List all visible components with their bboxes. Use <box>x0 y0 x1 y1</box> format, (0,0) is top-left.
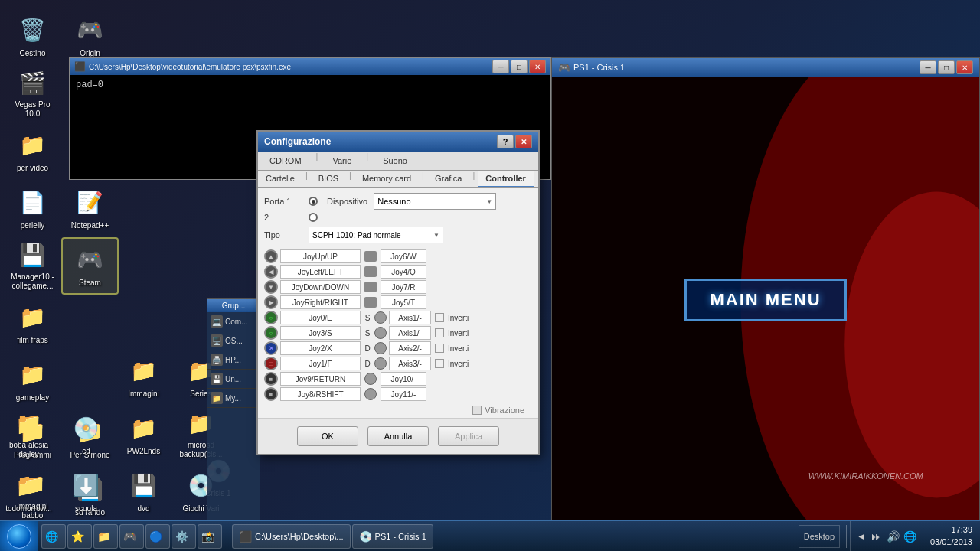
groups-item-hp[interactable]: 🖨️ HP... <box>207 350 260 370</box>
taskbar-quicklaunch-5[interactable]: 🔵 <box>145 524 170 549</box>
map-joy-2[interactable]: Joy7/R <box>381 280 426 294</box>
map-joy-8[interactable]: Joy10/- <box>381 372 426 386</box>
taskbar-quicklaunch-7[interactable]: 📸 <box>198 524 222 549</box>
tab-suono[interactable]: Suono <box>371 152 419 170</box>
tab-cdrom[interactable]: CDROM <box>258 152 313 170</box>
scuola-icon: 📁 <box>129 356 159 386</box>
map-icon-0: ▲ <box>264 249 278 263</box>
show-desktop-btn[interactable]: Desktop <box>799 525 840 548</box>
tab2-grafica[interactable]: Grafica <box>427 171 469 187</box>
origin-icon: 🎮 <box>75 15 106 46</box>
map-btn-3[interactable]: JoyRight/RIGHT <box>280 295 361 309</box>
tab2-cartelle[interactable]: Cartelle <box>258 171 302 187</box>
map-check-7[interactable] <box>435 359 444 368</box>
tab2-controller[interactable]: Controller <box>478 171 534 187</box>
map-joy-9[interactable]: Joy11/- <box>381 387 426 401</box>
tab-varie[interactable]: Varie <box>321 152 363 170</box>
desktop-icon-origin[interactable]: 🎮 Origin <box>61 8 119 65</box>
map-s-4: S <box>363 314 372 322</box>
console-minimize-btn[interactable]: ─ <box>492 60 509 73</box>
desktop-icon-scuola[interactable]: 📁 Immagini <box>115 348 172 406</box>
desktop-icon-steam[interactable]: 🎮 Steam <box>61 237 119 295</box>
taskbar-quicklaunch-1[interactable]: 🌐 <box>41 524 66 549</box>
map-btn-7[interactable]: Joy1/F <box>280 357 361 370</box>
ql-icon-6: ⚙️ <box>175 530 188 543</box>
desktop-icon-utorrent[interactable]: ⬇️ scuola <box>57 463 115 520</box>
map-joy-1[interactable]: Joy4/Q <box>381 265 426 279</box>
desktop-icon-vegas[interactable]: 🎬 Vegas Pro 10.0 <box>4 65 61 122</box>
desktop-icon-microsd[interactable]: 💾 dvd <box>115 463 172 520</box>
game-window-controls: ─ □ ✕ <box>920 60 973 74</box>
desktop-icon-manager[interactable]: 💾 Manager10 - collegame... <box>4 237 61 295</box>
desktop-icon-cestino[interactable]: 🗑️ Cestino <box>4 8 61 65</box>
map-check-4[interactable] <box>435 313 444 322</box>
map-btn-5[interactable]: Joy3/S <box>280 326 361 340</box>
map-icon-5: ○ <box>264 326 278 340</box>
taskbar-console-item[interactable]: ⬛ C:\Users\Hp\Desktop\... <box>232 524 351 549</box>
taskbar-quicklaunch-4[interactable]: 🎮 <box>119 524 144 549</box>
taskbar-quicklaunch-3[interactable]: 📁 <box>93 524 118 549</box>
taskbar-quicklaunch-2[interactable]: ⭐ <box>67 524 92 549</box>
vibrazione-checkbox[interactable] <box>472 406 482 415</box>
groups-item-com[interactable]: 💻 Com... <box>207 312 260 331</box>
desktop-icon-series[interactable]: 📁 PW2Lnds <box>115 406 172 463</box>
desktop-icon-film-fraps[interactable]: 📁 film fraps <box>4 295 61 352</box>
game-maximize-btn[interactable]: □ <box>938 60 955 74</box>
tipo-dropdown[interactable]: SCPH-1010: Pad normale ▼ <box>309 227 443 243</box>
map-joy-0[interactable]: Joy6/W <box>381 249 426 263</box>
map-axis-6[interactable]: Axis2/- <box>389 341 431 355</box>
game-minimize-btn[interactable]: ─ <box>920 60 936 74</box>
desktop-icon-gameplay[interactable]: 📁 gameplay <box>4 352 61 409</box>
config-help-btn[interactable]: ? <box>497 135 514 148</box>
console-output: pad=0 <box>76 80 103 90</box>
console-close-btn[interactable]: ✕ <box>529 60 546 73</box>
annulla-button[interactable]: Annulla <box>368 426 429 446</box>
dispositivo-dropdown[interactable]: Nessuno ▼ <box>374 193 496 210</box>
map-icon-8: ■ <box>264 372 278 386</box>
desktop-icon-per-video[interactable]: 📁 per video <box>4 122 61 180</box>
porta1-radio[interactable] <box>309 197 318 206</box>
map-axis-7[interactable]: Axis3/- <box>389 357 431 370</box>
groups-item-my[interactable]: 📁 My... <box>207 389 260 408</box>
mapping-row-5: ○ Joy3/S S Axis1/- Inverti <box>264 326 532 340</box>
map-check-5[interactable] <box>435 328 444 337</box>
console-maximize-btn[interactable]: □ <box>511 60 528 73</box>
map-axis-5[interactable]: Axis1/- <box>389 326 431 340</box>
desktop-icon-boba[interactable]: 📁 boba alesia da lev <box>0 406 57 463</box>
map-joy-3[interactable]: Joy5/T <box>381 295 426 309</box>
config-close-btn[interactable]: ✕ <box>515 135 532 148</box>
map-circle-5 <box>374 327 387 339</box>
groups-item-un[interactable]: 💾 Un... <box>207 370 260 389</box>
map-axis-4[interactable]: Axis1/- <box>389 311 431 324</box>
taskbar-quicklaunch-6[interactable]: ⚙️ <box>172 524 196 549</box>
applica-button[interactable]: Applica <box>438 426 499 446</box>
game-content: WWW.KIMIRAIKKONEN.COM MAIN MENU <box>552 77 979 523</box>
map-btn-1[interactable]: JoyLeft/LEFT <box>280 265 361 279</box>
map-check-6[interactable] <box>435 344 444 353</box>
desktop-icon-todomorrow[interactable]: 📁 todomorrow... <box>0 463 57 520</box>
map-invert-6: Inverti <box>448 344 469 353</box>
taskbar-separator <box>227 525 227 548</box>
tab2-memory[interactable]: Memory card <box>354 171 419 187</box>
expand-tray-btn[interactable]: ◄ <box>857 531 866 542</box>
game-close-btn[interactable]: ✕ <box>956 60 973 74</box>
desktop-icon-notepad[interactable]: 📝 Notepad++ <box>61 180 119 237</box>
console-title-text: C:\Users\Hp\Desktop\videotutorial\emulat… <box>89 63 291 71</box>
map-btn-2[interactable]: JoyDown/DOWN <box>280 280 361 294</box>
map-btn-0[interactable]: JoyUp/UP <box>280 249 361 263</box>
map-btn-4[interactable]: Joy0/E <box>280 311 361 324</box>
desktop-icon-perlelly[interactable]: 📄 perlelly <box>4 180 61 237</box>
map-btn-9[interactable]: Joy8/RSHIFT <box>280 387 361 401</box>
tab2-bios[interactable]: BIOS <box>311 171 346 187</box>
start-button[interactable] <box>0 521 38 552</box>
utorrent-icon: ⬇️ <box>71 471 102 501</box>
desktop-icon-cd[interactable]: 💿 cd <box>57 406 115 463</box>
map-btn-8[interactable]: Joy9/RETURN <box>280 372 361 386</box>
groups-item-os[interactable]: 🖥️ OS... <box>207 331 260 350</box>
ok-button[interactable]: OK <box>297 426 358 446</box>
map-btn-6[interactable]: Joy2/X <box>280 341 361 355</box>
console-taskbar-label: C:\Users\Hp\Desktop\... <box>255 532 344 541</box>
taskbar-crisis-item[interactable]: 💿 PS1 - Crisis 1 <box>352 524 433 549</box>
porta2-radio[interactable] <box>309 213 318 222</box>
clock-area[interactable]: 17:39 03/01/2013 <box>923 524 980 548</box>
